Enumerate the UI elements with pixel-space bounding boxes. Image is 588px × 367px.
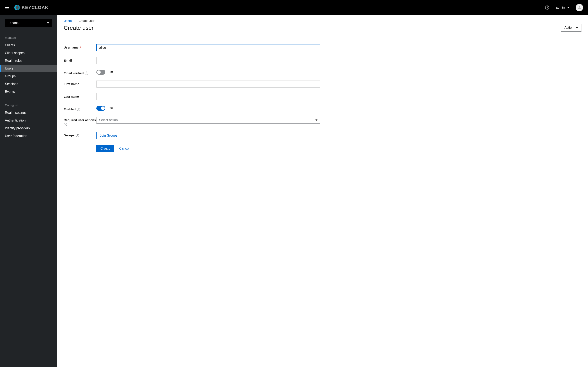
username-input[interactable] [96, 44, 320, 51]
sidebar-item-realm-roles[interactable]: Realm roles [0, 57, 57, 65]
email-input[interactable] [96, 57, 320, 64]
username-label: Username * [64, 44, 96, 49]
hamburger-menu-icon[interactable] [5, 6, 9, 9]
sidebar: Tenant-1 Manage Clients Client scopes Re… [0, 15, 57, 367]
required-indicator: * [80, 46, 81, 49]
user-menu[interactable]: admin [556, 6, 569, 9]
sidebar-item-clients[interactable]: Clients [0, 42, 57, 49]
main-content: Users › Create user Create user Action U… [57, 15, 588, 367]
nav-section-manage-title: Manage [0, 34, 57, 42]
last-name-input[interactable] [96, 93, 320, 100]
first-name-input[interactable] [96, 81, 320, 87]
last-name-label: Last name [64, 93, 96, 98]
avatar[interactable] [576, 4, 583, 11]
required-actions-select[interactable]: Select action [96, 117, 320, 124]
breadcrumb: Users › Create user [57, 15, 588, 24]
avatar-icon [577, 5, 582, 10]
breadcrumb-parent[interactable]: Users [64, 19, 72, 22]
action-dropdown[interactable]: Action [561, 24, 581, 32]
enabled-label: Enabled ? [64, 106, 96, 111]
cancel-button[interactable]: Cancel [119, 147, 130, 150]
caret-down-icon [576, 27, 578, 28]
groups-label: Groups ? [64, 132, 96, 137]
join-groups-button[interactable]: Join Groups [96, 132, 121, 139]
svg-point-3 [579, 6, 580, 8]
help-icon[interactable]: ? [85, 72, 88, 75]
top-bar: KEYCLOAK ? admin [0, 0, 588, 15]
sidebar-item-users[interactable]: Users [0, 65, 57, 72]
caret-down-icon [315, 119, 318, 121]
required-actions-label: Required user actions ? [64, 117, 96, 126]
brand-logo[interactable]: KEYCLOAK [14, 5, 48, 10]
action-label: Action [564, 26, 573, 30]
email-verified-label: Email verified ? [64, 70, 96, 75]
topbar-right: ? admin [545, 4, 583, 11]
sidebar-item-client-scopes[interactable]: Client scopes [0, 49, 57, 57]
create-user-form: Username * Email Email verified ? [57, 36, 327, 160]
sidebar-item-sessions[interactable]: Sessions [0, 80, 57, 88]
email-verified-toggle[interactable] [96, 70, 105, 75]
sidebar-item-groups[interactable]: Groups [0, 72, 57, 80]
realm-selector[interactable]: Tenant-1 [5, 19, 52, 27]
page-title: Create user [64, 25, 94, 31]
first-name-label: First name [64, 81, 96, 86]
breadcrumb-current: Create user [78, 19, 94, 22]
enabled-toggle[interactable] [96, 106, 105, 111]
required-actions-placeholder: Select action [99, 118, 118, 122]
sidebar-item-identity-providers[interactable]: Identity providers [0, 124, 57, 132]
realm-name: Tenant-1 [8, 21, 21, 25]
sidebar-item-realm-settings[interactable]: Realm settings [0, 109, 57, 117]
create-button[interactable]: Create [96, 145, 114, 152]
topbar-left: KEYCLOAK [5, 5, 48, 10]
nav-section-configure-title: Configure [0, 101, 57, 109]
help-icon[interactable]: ? [76, 134, 79, 137]
chevron-right-icon: › [75, 19, 76, 22]
brand-text: KEYCLOAK [22, 5, 48, 10]
caret-down-icon [567, 7, 569, 8]
enabled-state: On [109, 106, 113, 110]
keycloak-logo-icon [14, 5, 20, 10]
page-header: Create user Action [57, 24, 588, 36]
caret-down-icon [47, 22, 49, 24]
email-verified-state: Off [109, 70, 113, 74]
sidebar-item-events[interactable]: Events [0, 88, 57, 96]
email-label: Email [64, 57, 96, 62]
sidebar-item-user-federation[interactable]: User federation [0, 132, 57, 140]
help-icon[interactable]: ? [545, 6, 549, 9]
user-name: admin [556, 6, 565, 9]
help-icon[interactable]: ? [77, 108, 80, 111]
help-icon[interactable]: ? [64, 123, 67, 126]
sidebar-item-authentication[interactable]: Authentication [0, 117, 57, 124]
